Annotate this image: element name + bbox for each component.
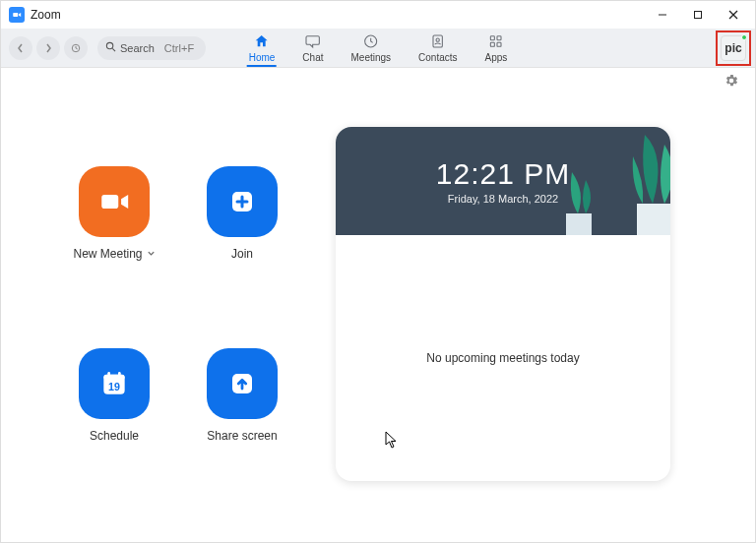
calendar-panel: 12:21 PM Friday, 18 March, 2022 No upcom…	[336, 127, 670, 481]
minimize-button[interactable]	[645, 1, 680, 29]
title-bar: Zoom	[1, 1, 755, 29]
svg-text:19: 19	[108, 381, 120, 392]
svg-rect-14	[497, 42, 501, 46]
search-input[interactable]: Search Ctrl+F	[97, 36, 206, 60]
presence-indicator	[741, 34, 747, 40]
calendar-icon: 19	[79, 348, 150, 419]
toolbar: Search Ctrl+F Home Chat Meetings Contact…	[1, 29, 755, 68]
apps-icon	[488, 33, 504, 51]
action-grid: New Meeting Join 19 Schedule Share scree…	[60, 166, 296, 481]
search-placeholder: Search	[120, 42, 155, 54]
svg-rect-24	[566, 213, 592, 235]
home-icon	[254, 33, 270, 51]
tab-contacts[interactable]: Contacts	[418, 29, 457, 67]
tab-meetings[interactable]: Meetings	[350, 29, 391, 67]
svg-rect-23	[637, 204, 670, 235]
chevron-down-icon[interactable]	[147, 247, 156, 261]
video-icon	[79, 166, 150, 237]
chat-icon	[305, 33, 321, 51]
maximize-button[interactable]	[680, 1, 716, 29]
nav-forward-button[interactable]	[36, 36, 60, 60]
svg-point-6	[106, 42, 112, 48]
share-icon	[207, 348, 278, 419]
profile-avatar[interactable]: pic	[721, 35, 746, 61]
nav-back-button[interactable]	[9, 36, 32, 60]
empty-state-text: No upcoming meetings today	[426, 351, 579, 365]
clock-icon	[363, 33, 379, 51]
svg-rect-2	[695, 12, 702, 19]
new-meeting-action[interactable]: New Meeting	[60, 166, 168, 299]
window-title: Zoom	[31, 8, 61, 22]
panel-body: No upcoming meetings today	[336, 235, 670, 481]
settings-button[interactable]	[724, 73, 739, 92]
svg-rect-12	[497, 35, 501, 39]
contacts-icon	[430, 33, 446, 51]
close-button[interactable]	[716, 1, 751, 29]
panel-time: 12:21 PM	[436, 157, 570, 191]
tab-chat[interactable]: Chat	[302, 29, 323, 67]
profile-avatar-highlight: pic	[716, 30, 751, 66]
svg-rect-18	[103, 375, 124, 380]
svg-rect-13	[491, 42, 495, 46]
tab-apps[interactable]: Apps	[485, 29, 508, 67]
schedule-action[interactable]: 19 Schedule	[60, 348, 168, 481]
svg-rect-11	[491, 35, 495, 39]
tab-home[interactable]: Home	[249, 29, 276, 67]
plus-icon	[207, 166, 278, 237]
svg-point-10	[436, 38, 439, 41]
search-shortcut: Ctrl+F	[164, 42, 194, 54]
history-button[interactable]	[64, 36, 88, 60]
zoom-app-icon	[9, 7, 25, 23]
search-icon	[105, 41, 116, 54]
svg-rect-15	[101, 195, 118, 209]
panel-date: Friday, 18 March, 2022	[448, 193, 558, 205]
plant-decoration-icon	[552, 166, 601, 235]
panel-header: 12:21 PM Friday, 18 March, 2022	[336, 127, 670, 235]
nav-tabs: Home Chat Meetings Contacts Apps	[249, 29, 508, 67]
svg-rect-20	[118, 372, 121, 377]
cursor-icon	[385, 431, 399, 452]
svg-rect-0	[13, 13, 18, 17]
sub-toolbar	[1, 68, 755, 97]
share-screen-action[interactable]: Share screen	[188, 348, 296, 481]
join-action[interactable]: Join	[188, 166, 296, 299]
svg-line-7	[112, 48, 115, 51]
svg-rect-19	[107, 372, 110, 377]
main-content: New Meeting Join 19 Schedule Share scree…	[1, 97, 755, 501]
